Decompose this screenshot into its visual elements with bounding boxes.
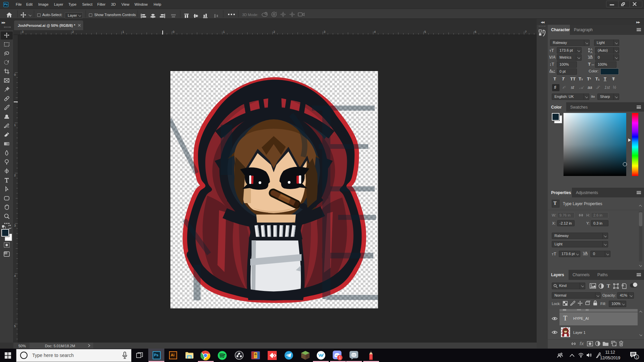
svg-text:1: 1	[636, 355, 638, 359]
svg-text:1: 1	[339, 356, 341, 360]
svg-text:A: A	[590, 51, 592, 54]
